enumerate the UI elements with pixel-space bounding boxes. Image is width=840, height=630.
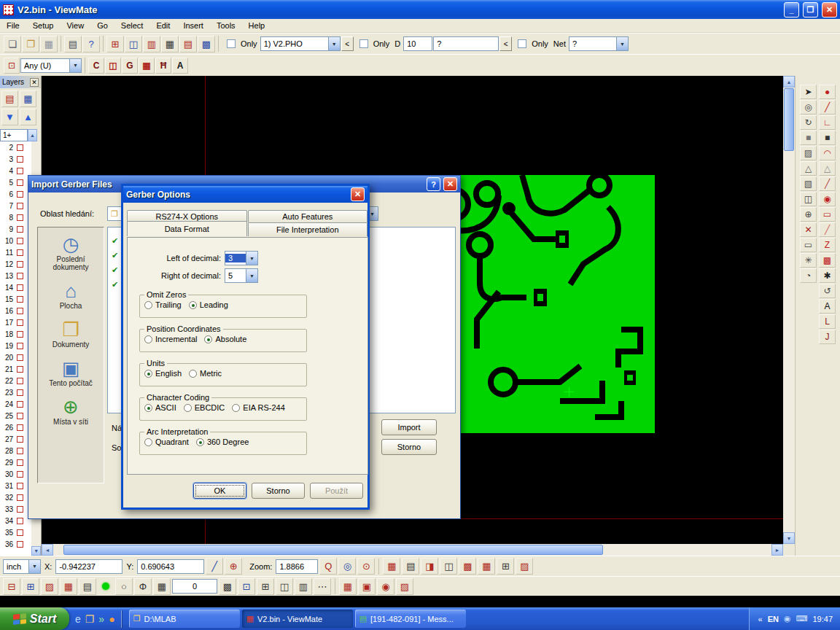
chevron-down-icon[interactable]: ▼ [246,269,257,282]
toolbox-button[interactable]: △ [819,161,836,176]
dcode-step-back-button[interactable]: < [499,36,512,51]
tray-chevron-icon[interactable]: « [758,615,763,623]
layer-select[interactable]: 1) V2.PHO ▼ [260,36,341,51]
radio-icon[interactable] [144,370,152,378]
status-tool-button[interactable]: ⊕ [225,558,242,575]
layer-color-swatch[interactable] [17,261,23,268]
folder-launch-icon[interactable]: ❐ [85,613,95,625]
toolbox-button[interactable]: ✱ [819,268,836,283]
layer-color-swatch[interactable] [17,284,23,291]
radio-option[interactable]: Trailing [144,300,182,309]
layer-color-swatch[interactable] [17,378,23,384]
scroll-down-icon[interactable]: ▼ [783,532,795,544]
layer-row[interactable]: 36 [0,538,31,550]
toolbox-button[interactable]: L [819,314,836,329]
layers-scroll-down-icon[interactable]: ▼ [31,546,41,556]
layer-color-swatch[interactable] [17,319,23,326]
language-indicator[interactable]: EN [768,615,779,623]
step-value-field[interactable]: 0 [172,579,217,594]
grid-tool-button[interactable]: ◨ [421,558,438,575]
tab[interactable]: File Interpretation [248,222,368,236]
toolbox-button[interactable]: ⊕ [800,207,817,222]
dcode-query-input[interactable]: ? [433,36,499,51]
menu-item[interactable]: Select [114,20,150,31]
toolbox-button[interactable]: ▩ [819,253,836,268]
layers-scroll-up-icon[interactable]: ▲ [28,129,37,141]
toolbar-button[interactable]: ? [82,36,100,52]
radio-option[interactable]: EIA RS-244 [232,403,284,412]
toolbox-button[interactable]: ● [819,85,836,99]
menu-item[interactable]: Edit [149,20,176,31]
toolbar-button[interactable]: ▦ [139,58,155,74]
layer-color-swatch[interactable] [17,308,23,314]
place-item[interactable]: ◷ Poslední dokumenty [38,233,104,271]
toolbox-button[interactable]: ╱ [819,176,836,191]
layer-color-swatch[interactable] [17,191,23,198]
layer-color-swatch[interactable] [17,448,23,454]
layer-row[interactable]: 11 [0,246,31,258]
x-coordinate-field[interactable]: -0.942237 [55,559,122,574]
toolbox-button[interactable]: ◔ [800,268,817,283]
layer-color-swatch[interactable] [17,401,23,408]
layer-row[interactable]: 26 [0,421,31,433]
toolbox-button[interactable]: ↻ [800,115,817,130]
layer-row[interactable]: 27 [0,433,31,445]
layer-row[interactable]: 3 [0,153,31,165]
layer-color-swatch[interactable] [17,203,23,209]
layers-tool-button[interactable]: ▤ [1,90,18,107]
radio-icon[interactable] [196,438,204,446]
layer-row[interactable]: 21 [0,363,31,375]
snap-tool-button[interactable]: ⋯ [314,578,331,595]
layer-color-swatch[interactable] [17,249,23,256]
grid-tool-button[interactable]: ◫ [440,558,457,575]
menu-item[interactable]: Go [90,20,114,31]
layer-color-swatch[interactable] [17,343,23,349]
toolbox-button[interactable]: A [819,299,836,314]
start-button[interactable]: Start [0,607,69,630]
close-button[interactable]: ✕ [822,2,837,18]
menu-item[interactable]: File [0,20,26,31]
place-item[interactable]: ⊕ Místa v síti [38,396,104,426]
layer-row[interactable]: 17 [0,316,31,328]
layer-color-swatch[interactable] [17,366,23,373]
menu-item[interactable]: Setup [26,20,61,31]
radio-icon[interactable] [204,335,212,343]
layer-row[interactable]: 22 [0,375,31,386]
layer-row[interactable]: 14 [0,281,31,293]
layer-color-swatch[interactable] [17,179,23,186]
pattern-tool-button[interactable]: ▨ [396,578,413,595]
zoom-field[interactable]: 1.8866 [276,559,318,574]
zoom-tool-button[interactable]: ◎ [338,558,356,575]
restore-button[interactable]: ❐ [803,2,818,18]
shape-tool-button[interactable]: ○ [115,578,133,595]
grid-tool-button[interactable]: ⊞ [497,558,514,575]
grid-tool-button[interactable]: ▤ [402,558,419,575]
unit-select[interactable]: inch ▼ [3,559,41,574]
toolbar-button[interactable]: C [88,58,104,74]
layer-row[interactable]: 18 [0,328,31,340]
toolbox-button[interactable]: ▧ [800,176,817,191]
chevron-down-icon[interactable]: ▼ [28,560,40,573]
grid-tool-button[interactable]: ▩ [459,558,476,575]
layer-color-swatch[interactable] [17,494,23,501]
toolbox-button[interactable]: ✳ [800,253,817,268]
layer-row[interactable]: 35 [0,526,31,538]
dialog-close-button[interactable]: ✕ [351,187,365,201]
layer-color-swatch[interactable] [17,214,23,221]
toolbox-button[interactable]: ▨ [800,146,817,160]
layer-color-swatch[interactable] [17,506,23,513]
layer-color-swatch[interactable] [17,471,23,478]
toolbox-button[interactable]: ◫ [800,192,817,206]
toolbox-button[interactable]: ◉ [819,192,836,206]
layer-row[interactable]: 6 [0,188,31,200]
snap-tool-button[interactable]: ▩ [219,578,236,595]
toolbox-button[interactable]: ■ [800,131,817,145]
layer-row[interactable]: 30 [0,468,31,480]
radio-option[interactable]: Absolute [204,335,246,343]
layers-tool-button[interactable]: ▦ [20,90,36,107]
grid-tool-button[interactable]: ▨ [516,558,533,575]
layer-row[interactable]: 33 [0,503,31,515]
layer-color-swatch[interactable] [17,518,23,524]
snap-tool-button[interactable]: ⊡ [238,578,255,595]
browser-icon[interactable]: ● [109,613,114,625]
